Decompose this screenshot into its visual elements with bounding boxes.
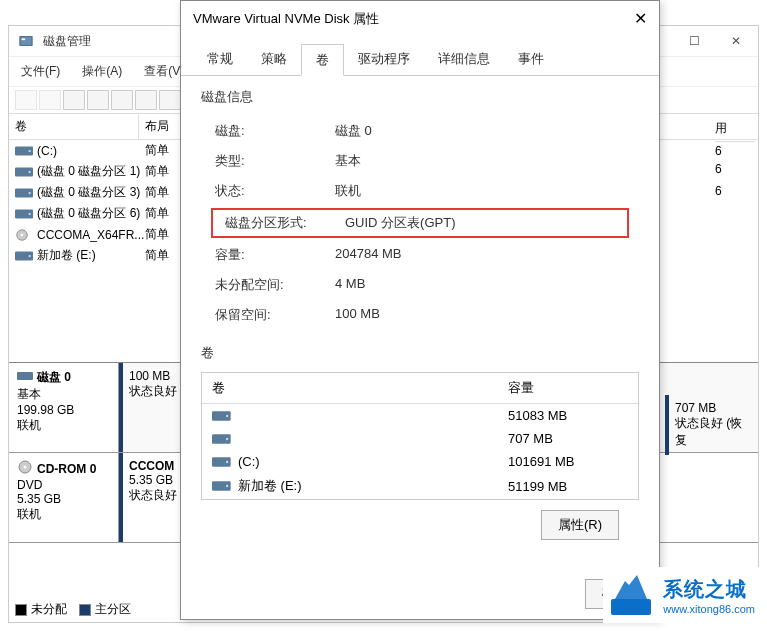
maximize-button[interactable]: ☐	[682, 32, 706, 50]
drive-icon	[15, 207, 33, 221]
list-item[interactable]: (C:) 101691 MB	[202, 450, 638, 473]
cd-icon	[17, 459, 33, 478]
close-button[interactable]: ✕	[634, 9, 647, 28]
toolbar-btn7[interactable]	[159, 90, 181, 110]
legend: 未分配 主分区	[15, 601, 131, 618]
toolbar-back[interactable]	[15, 90, 37, 110]
svg-point-9	[29, 212, 31, 214]
value: 100 MB	[335, 306, 380, 324]
value: 磁盘 0	[335, 122, 372, 140]
svg-point-3	[29, 149, 31, 151]
value: GUID 分区表(GPT)	[345, 214, 456, 232]
menu-file[interactable]: 文件(F)	[17, 61, 64, 82]
disk-type: 基本	[17, 386, 110, 403]
drive-icon	[15, 144, 33, 158]
toolbar-fwd[interactable]	[39, 90, 61, 110]
rfrag-header: 用	[715, 116, 755, 142]
svg-point-11	[21, 233, 24, 236]
info-row-unalloc: 未分配空间: 4 MB	[201, 270, 639, 300]
label: 容量:	[215, 246, 335, 264]
disk-label-pane: 磁盘 0 基本 199.98 GB 联机	[9, 363, 119, 452]
tab-general[interactable]: 常规	[193, 44, 247, 75]
tab-volumes[interactable]: 卷	[301, 44, 344, 76]
part-status: 状态良好 (恢复	[675, 415, 749, 449]
list-item[interactable]: 51083 MB	[202, 404, 638, 427]
drive-icon	[212, 432, 232, 446]
disk-icon	[17, 369, 33, 386]
list-item[interactable]: 707 MB	[202, 427, 638, 450]
toolbar-btn5[interactable]	[111, 90, 133, 110]
col-volume[interactable]: 卷	[9, 114, 139, 139]
disk-label: CD-ROM 0	[37, 462, 96, 476]
value: 基本	[335, 152, 361, 170]
svg-point-5	[29, 170, 31, 172]
vol-col-capacity[interactable]: 容量	[508, 379, 628, 397]
disk-status: 联机	[17, 506, 110, 523]
volumes-listbox[interactable]: 卷 容量 51083 MB 707 MB (C:) 101691 MB	[201, 372, 639, 500]
svg-rect-14	[17, 372, 33, 380]
watermark: 系统之城 www.xitong86.com	[603, 567, 759, 623]
cd-icon	[15, 228, 33, 242]
vol-list-header: 卷 容量	[202, 373, 638, 404]
right-partition-fragment[interactable]: 707 MB 状态良好 (恢复	[665, 395, 755, 455]
vol-name: (磁盘 0 磁盘分区 6)	[37, 205, 145, 222]
vol-cap: 707 MB	[508, 431, 628, 446]
drive-icon	[15, 165, 33, 179]
tab-events[interactable]: 事件	[504, 44, 558, 75]
watermark-url: www.xitong86.com	[663, 603, 755, 615]
legend-primary: 主分区	[95, 601, 131, 618]
disk-type: DVD	[17, 478, 110, 492]
part-size: 707 MB	[675, 401, 749, 415]
label: 类型:	[215, 152, 335, 170]
toolbar-refresh[interactable]	[63, 90, 85, 110]
dialog-titlebar: VMware Virtual NVMe Disk 属性 ✕	[181, 1, 659, 36]
close-button[interactable]: ✕	[724, 32, 748, 50]
part-name: CCCOM	[129, 459, 174, 473]
svg-rect-25	[611, 599, 651, 615]
menu-action[interactable]: 操作(A)	[78, 61, 126, 82]
properties-actions: 属性(R)	[201, 500, 639, 550]
vol-name: 新加卷 (E:)	[37, 247, 145, 264]
vol-cap: 101691 MB	[508, 454, 628, 469]
svg-rect-0	[20, 37, 32, 46]
vol-name: (磁盘 0 磁盘分区 3)	[37, 184, 145, 201]
info-row-type: 类型: 基本	[201, 146, 639, 176]
svg-point-13	[29, 254, 31, 256]
label: 状态:	[215, 182, 335, 200]
properties-button[interactable]: 属性(R)	[541, 510, 619, 540]
tab-driver[interactable]: 驱动程序	[344, 44, 424, 75]
section-vol-label: 卷	[201, 344, 639, 362]
label: 磁盘分区形式:	[225, 214, 345, 232]
svg-point-22	[226, 460, 228, 462]
info-row-reserved: 保留空间: 100 MB	[201, 300, 639, 330]
label: 磁盘:	[215, 122, 335, 140]
drive-icon	[212, 479, 232, 493]
svg-point-7	[29, 191, 31, 193]
label: 未分配空间:	[215, 276, 335, 294]
svg-point-24	[226, 485, 228, 487]
info-row-capacity: 容量: 204784 MB	[201, 240, 639, 270]
list-item[interactable]: 新加卷 (E:) 51199 MB	[202, 473, 638, 499]
disk-status: 联机	[17, 417, 110, 434]
label: 保留空间:	[215, 306, 335, 324]
tab-policies[interactable]: 策略	[247, 44, 301, 75]
volumes-section: 卷 卷 容量 51083 MB 707 MB (C	[201, 344, 639, 550]
svg-point-20	[226, 437, 228, 439]
drive-icon	[15, 249, 33, 263]
info-row-status: 状态: 联机	[201, 176, 639, 206]
vol-name: 新加卷 (E:)	[238, 477, 508, 495]
info-row-disk: 磁盘: 磁盘 0	[201, 116, 639, 146]
toolbar-btn4[interactable]	[87, 90, 109, 110]
drive-icon	[212, 455, 232, 469]
tab-details[interactable]: 详细信息	[424, 44, 504, 75]
info-row-partstyle-highlighted: 磁盘分区形式: GUID 分区表(GPT)	[211, 208, 629, 238]
toolbar-btn6[interactable]	[135, 90, 157, 110]
value: 联机	[335, 182, 361, 200]
right-column-fragment: 用 6 6 6	[715, 116, 755, 200]
disk-size: 199.98 GB	[17, 403, 110, 417]
vol-col-name[interactable]: 卷	[212, 379, 508, 397]
disk-mgmt-icon	[19, 34, 35, 48]
disk-size: 5.35 GB	[17, 492, 110, 506]
disk-label-pane: CD-ROM 0 DVD 5.35 GB 联机	[9, 453, 119, 542]
vol-name: (C:)	[238, 454, 508, 469]
